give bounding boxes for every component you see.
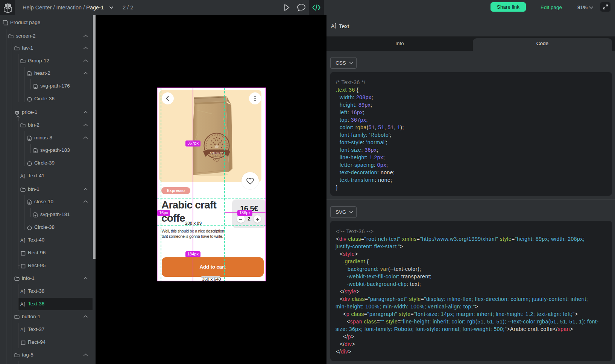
svg-text:A: A <box>20 289 24 294</box>
svg-text:A: A <box>20 327 24 332</box>
svg-text:A: A <box>20 174 24 179</box>
svg-text:A: A <box>20 238 24 243</box>
svg-text:A: A <box>331 23 335 29</box>
svg-text:A: A <box>20 302 24 307</box>
